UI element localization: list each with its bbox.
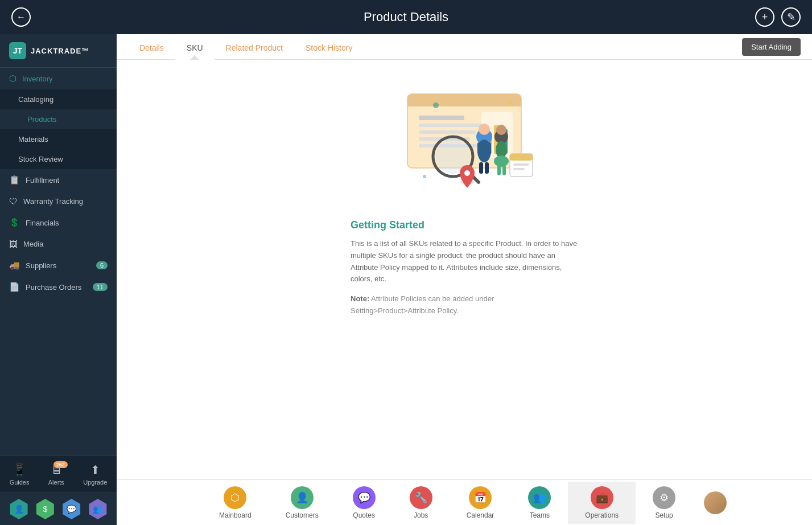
teams-icon: 👥: [528, 486, 551, 509]
svg-rect-4: [419, 124, 487, 127]
note-label: Note:: [351, 294, 369, 303]
sidebar-item-label: Inventory: [22, 75, 52, 83]
nav-setup[interactable]: ⚙ Setup: [636, 482, 693, 524]
warranty-icon: 🛡: [9, 196, 18, 206]
svg-rect-20: [485, 162, 489, 174]
svg-point-24: [494, 155, 509, 167]
sidebar-item-suppliers[interactable]: 🚚 Suppliers 6: [0, 255, 117, 276]
logo-text: JACKTRADE™: [31, 47, 89, 55]
svg-rect-18: [487, 142, 491, 154]
sidebar-item-label: Stock Review: [18, 155, 63, 163]
edit-icon-button[interactable]: ✎: [781, 7, 801, 27]
nav-quotes[interactable]: 💬 Quotes: [336, 482, 393, 524]
nav-mainboard[interactable]: ⬡ Mainboard: [202, 482, 269, 524]
svg-rect-2: [407, 102, 521, 106]
team-icon[interactable]: 👥: [88, 499, 108, 519]
main-content: Getting Started This is a list of all SK…: [117, 60, 812, 479]
sidebar-user-bar: 👤 $ 💬 👥: [0, 493, 117, 525]
nav-jobs[interactable]: 🔧 Jobs: [393, 482, 450, 524]
svg-point-36: [423, 175, 426, 178]
nav-calendar[interactable]: 📅 Calendar: [450, 482, 512, 524]
sidebar-item-media[interactable]: 🖼 Media: [0, 233, 117, 255]
tab-related-product[interactable]: Related Product: [215, 34, 294, 59]
sidebar-item-cataloging[interactable]: Cataloging: [0, 89, 117, 109]
suppliers-icon: 🚚: [9, 260, 20, 270]
guides-button[interactable]: 📱 Guides: [10, 463, 30, 486]
illustration-svg: [385, 77, 544, 202]
suppliers-badge: 6: [96, 261, 108, 269]
upgrade-icon: ⬆: [90, 463, 100, 477]
sidebar: JT JACKTRADE™ ⬡ Inventory Cataloging Pro…: [0, 34, 117, 525]
note-content: Attribute Policies can be added under Se…: [351, 294, 494, 315]
calendar-icon: 📅: [469, 486, 492, 509]
getting-started-paragraph: This is a list of all SKUs related to a …: [351, 238, 578, 285]
svg-rect-29: [510, 154, 533, 161]
note-text: Note: Attribute Policies can be added un…: [351, 293, 578, 317]
bottom-nav: ⬡ Mainboard 👤 Customers 💬 Quotes 🔧 Jobs …: [117, 479, 812, 525]
content-area: Details SKU Related Product Stock Histor…: [117, 34, 812, 525]
mainboard-icon: ⬡: [224, 486, 246, 509]
nav-operations[interactable]: 💼 Operations: [568, 482, 636, 524]
sidebar-item-financials[interactable]: 💲 Financials: [0, 212, 117, 233]
purchase-orders-icon: 📄: [9, 282, 20, 292]
sidebar-item-materials[interactable]: Materials: [0, 129, 117, 149]
back-button[interactable]: ←: [11, 7, 31, 27]
upgrade-button[interactable]: ⬆ Upgrade: [83, 463, 107, 486]
purchase-orders-badge: 11: [93, 283, 108, 291]
tab-details[interactable]: Details: [128, 34, 175, 59]
chat-icon[interactable]: 💬: [61, 499, 82, 519]
upgrade-label: Upgrade: [83, 479, 107, 486]
svg-point-34: [433, 102, 439, 108]
svg-rect-5: [419, 130, 476, 134]
main-layout: JT JACKTRADE™ ⬡ Inventory Cataloging Pro…: [0, 34, 812, 525]
getting-started-section: Getting Started This is a list of all SK…: [351, 219, 578, 317]
svg-rect-3: [419, 116, 464, 120]
sidebar-item-label: Cataloging: [18, 95, 53, 104]
svg-point-35: [508, 100, 512, 105]
sidebar-item-label: Financials: [26, 219, 59, 227]
tab-bar: Details SKU Related Product Stock Histor…: [117, 34, 812, 60]
start-adding-button[interactable]: Start Adding: [742, 38, 801, 56]
sidebar-item-label: Products: [27, 115, 56, 124]
user-profile-icon[interactable]: 👤: [9, 499, 29, 519]
add-icon-button[interactable]: +: [755, 7, 774, 27]
sidebar-item-stock-review[interactable]: Stock Review: [0, 149, 117, 169]
top-header: ← Product Details + ✎: [0, 0, 812, 34]
svg-point-33: [464, 170, 470, 176]
sidebar-item-inventory[interactable]: ⬡ Inventory: [0, 68, 117, 89]
sidebar-item-fulfillment[interactable]: 📋 Fulfillment: [0, 169, 117, 191]
header-right-icons: + ✎: [755, 7, 801, 27]
svg-point-21: [479, 124, 490, 135]
sidebar-item-label: Materials: [18, 135, 48, 143]
alerts-button[interactable]: 🖥 262 Alerts: [48, 464, 64, 486]
sidebar-item-label: Suppliers: [26, 261, 56, 270]
inventory-icon: ⬡: [9, 73, 17, 84]
illustration-area: [385, 77, 544, 202]
avatar[interactable]: [704, 491, 727, 514]
getting-started-title: Getting Started: [351, 219, 578, 231]
svg-rect-26: [502, 165, 506, 175]
logo-icon: JT: [9, 42, 26, 59]
alerts-label: Alerts: [48, 479, 64, 486]
sidebar-item-warranty-tracking[interactable]: 🛡 Warranty Tracking: [0, 191, 117, 212]
nav-teams[interactable]: 👥 Teams: [511, 482, 568, 524]
sidebar-bottom-bar: 📱 Guides 🖥 262 Alerts ⬆ Upgrade: [0, 456, 117, 493]
customers-icon: 👤: [291, 486, 314, 509]
svg-rect-31: [513, 168, 525, 170]
nav-customers[interactable]: 👤 Customers: [269, 482, 336, 524]
svg-rect-17: [477, 142, 482, 154]
sidebar-item-purchase-orders[interactable]: 📄 Purchase Orders 11: [0, 276, 117, 298]
tab-stock-history[interactable]: Stock History: [294, 34, 364, 59]
media-icon: 🖼: [9, 239, 18, 249]
svg-rect-25: [497, 165, 501, 175]
tab-sku[interactable]: SKU: [175, 34, 215, 59]
sidebar-item-products[interactable]: Products: [0, 109, 117, 129]
sidebar-item-label: Media: [23, 240, 43, 248]
sidebar-item-label: Fulfillment: [26, 176, 59, 184]
financials-user-icon[interactable]: $: [35, 499, 55, 519]
fulfillment-icon: 📋: [9, 175, 20, 185]
financials-icon: 💲: [9, 218, 20, 228]
sidebar-item-label: Purchase Orders: [26, 283, 81, 292]
sidebar-item-label: Warranty Tracking: [23, 197, 83, 206]
guides-icon: 📱: [13, 463, 27, 477]
